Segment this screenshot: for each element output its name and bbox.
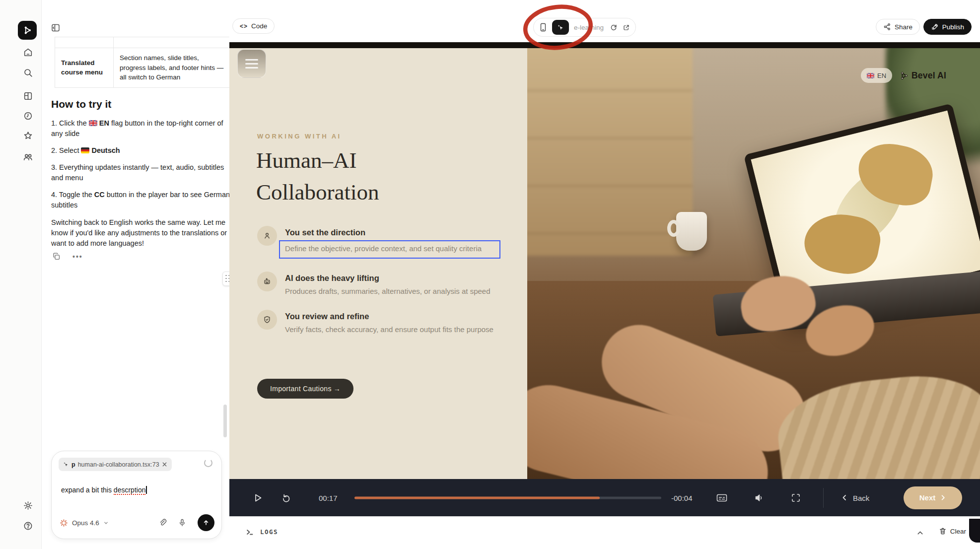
- settings-icon[interactable]: [22, 500, 33, 511]
- loading-spinner: [204, 459, 212, 467]
- chat-step: 2. Select Deutsch: [51, 145, 229, 156]
- volume-button[interactable]: [754, 492, 765, 503]
- robot-icon: [257, 272, 277, 291]
- slide-item: You review and refine Verify facts, chec…: [257, 310, 500, 335]
- chevron-left-icon: [841, 494, 848, 501]
- chevron-right-icon: [940, 494, 946, 501]
- share-button-label: Share: [895, 23, 912, 31]
- code-button[interactable]: <> Code: [232, 18, 275, 34]
- chat-composer[interactable]: p human-ai-collaboration.tsx:73 expand a…: [51, 451, 222, 539]
- seek-bar[interactable]: [354, 496, 661, 499]
- help-icon[interactable]: [22, 520, 33, 531]
- subtitles-button[interactable]: [716, 492, 728, 503]
- composer-toolbar: Opus 4.6: [60, 514, 214, 532]
- table-cell-definition: Section names, slide titles,progress lab…: [114, 48, 230, 88]
- slide-brand: Bevel AI: [899, 68, 946, 83]
- remove-context-icon[interactable]: [162, 462, 167, 467]
- slide-item-list: You set the direction Define the objecti…: [257, 226, 500, 335]
- back-button[interactable]: Back: [841, 493, 869, 502]
- next-button[interactable]: Next: [904, 486, 962, 509]
- bevel-logo-icon: [899, 70, 909, 81]
- publish-button[interactable]: Publish: [923, 19, 972, 35]
- chat-step: 4. Toggle the CC button in the player ba…: [51, 190, 229, 210]
- panel-drag-handle[interactable]: [222, 272, 229, 286]
- translation-summary-table: Translated course menu Section names, sl…: [55, 37, 229, 88]
- share-button[interactable]: Share: [876, 19, 920, 35]
- team-icon[interactable]: [22, 151, 33, 162]
- chat-panel: Translated course menu Section names, sl…: [42, 0, 229, 549]
- collapse-logs-icon[interactable]: [916, 529, 924, 537]
- composer-text-value: expand a bit this: [61, 486, 114, 494]
- brand-name: Bevel AI: [911, 70, 946, 81]
- context-chip[interactable]: p human-ai-collaboration.tsx:73: [59, 458, 172, 471]
- open-external-icon[interactable]: [623, 24, 630, 31]
- photo-mug: [676, 212, 707, 251]
- arrow-up-icon: [202, 519, 210, 527]
- item-title: You review and refine: [285, 312, 493, 321]
- code-button-label: Code: [251, 22, 267, 30]
- mobile-preview-icon[interactable]: [539, 23, 547, 32]
- chat-closing-paragraph: Switching back to English works the same…: [51, 217, 227, 249]
- uk-flag-icon: [867, 73, 874, 78]
- claude-icon: [60, 519, 68, 527]
- preview-title: e-learning: [574, 24, 605, 31]
- play-button[interactable]: [252, 492, 263, 503]
- chat-scrollbar[interactable]: [223, 405, 227, 437]
- shield-check-icon: [257, 310, 277, 330]
- next-button-label: Next: [919, 493, 936, 502]
- de-flag-icon: [81, 147, 89, 153]
- main-area: <> Code e-learning Share Publish WORKING…: [229, 0, 980, 549]
- slide-content-panel: WORKING WITH AI Human–AI Collaboration Y…: [229, 48, 527, 479]
- publish-button-label: Publish: [942, 23, 964, 31]
- clear-logs-label: Clear: [950, 528, 966, 535]
- copy-icon[interactable]: [52, 252, 61, 261]
- table-row: Translated course menu Section names, sl…: [55, 48, 230, 88]
- refresh-icon[interactable]: [610, 23, 618, 31]
- chat-steps: 1. Click the EN flag button in the top-r…: [51, 118, 229, 217]
- language-toggle[interactable]: EN: [861, 68, 892, 83]
- back-button-label: Back: [853, 493, 869, 502]
- collapse-panel-icon[interactable]: [51, 23, 61, 33]
- search-icon[interactable]: [22, 67, 33, 78]
- remaining-time: -00:04: [671, 493, 693, 502]
- item-description: Verify facts, check accuracy, and ensure…: [285, 324, 493, 335]
- item-description: Produces drafts, summaries, alternatives…: [285, 286, 493, 297]
- share-icon: [883, 23, 891, 31]
- important-cautions-button[interactable]: Important Cautions →: [257, 379, 353, 399]
- table-cell-term: Translated course menu: [55, 48, 114, 88]
- item-title: AI does the heavy lifting: [285, 274, 493, 283]
- composer-input[interactable]: expand a bit this descrption: [61, 486, 147, 494]
- text-caret: [146, 486, 147, 494]
- fullscreen-button[interactable]: [790, 492, 801, 503]
- course-menu-button[interactable]: [237, 49, 266, 78]
- chat-heading: How to try it: [51, 98, 111, 110]
- model-selector[interactable]: Opus 4.6: [72, 519, 99, 527]
- attach-icon[interactable]: [158, 518, 167, 527]
- starred-icon[interactable]: [22, 130, 33, 141]
- projects-icon[interactable]: [22, 90, 33, 101]
- course-preview: WORKING WITH AI Human–AI Collaboration Y…: [229, 42, 980, 516]
- more-actions-icon[interactable]: •••: [72, 253, 83, 261]
- home-icon[interactable]: [22, 47, 33, 58]
- select-element-tool[interactable]: [552, 20, 569, 35]
- seek-bar-fill: [354, 496, 600, 499]
- send-button[interactable]: [198, 514, 214, 531]
- elapsed-time: 00:17: [319, 493, 338, 502]
- app-logo[interactable]: [18, 21, 37, 40]
- player-divider: [823, 488, 824, 508]
- logs-label: LOGS: [260, 528, 278, 536]
- history-icon[interactable]: [22, 110, 33, 121]
- slide-title: Human–AI Collaboration: [256, 144, 379, 208]
- logs-bar: LOGS Clear: [229, 516, 980, 549]
- selected-element-outline[interactable]: Define the objective, provide context, a…: [279, 240, 500, 259]
- context-file: human-ai-collaboration.tsx:73: [78, 461, 159, 468]
- misspelled-word: descrption: [114, 486, 146, 495]
- microphone-icon[interactable]: [178, 518, 187, 527]
- chevron-down-icon[interactable]: [103, 520, 109, 526]
- app-rail: [0, 0, 42, 549]
- message-actions: •••: [52, 252, 83, 261]
- person-icon: [257, 226, 277, 246]
- restart-button[interactable]: [281, 492, 291, 503]
- clear-logs-button[interactable]: Clear: [939, 527, 966, 535]
- slide-eyebrow: WORKING WITH AI: [257, 133, 342, 140]
